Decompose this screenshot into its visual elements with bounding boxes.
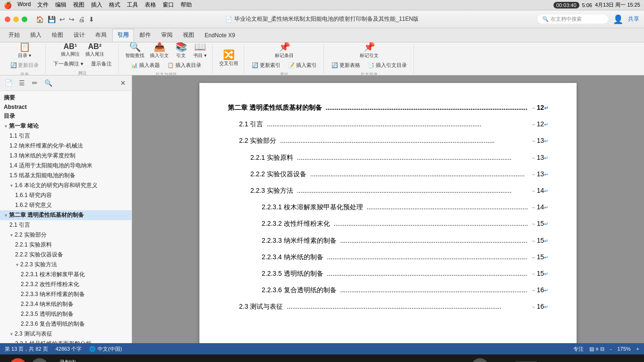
sidebar-item-1-6-2[interactable]: 1.6.2 研究意义	[0, 200, 132, 210]
sidebar-item-2-2-3-5[interactable]: 2.2.3.5 透明纸的制备	[0, 309, 132, 319]
menu-table[interactable]: 表格	[145, 1, 156, 9]
tab-review[interactable]: 审阅	[157, 29, 177, 41]
tab-start[interactable]: 开始	[4, 29, 25, 41]
toc-enter-2-2-3-4: ↵	[544, 253, 548, 263]
toc-enter-2-2-3-6: ↵	[544, 286, 548, 296]
toc-dots-2-2-3-1: ........................................…	[365, 201, 528, 213]
sidebar-search-icon[interactable]: 🔍	[42, 77, 54, 89]
ribbon-btn-update-table[interactable]: 🔄 更新表格	[329, 61, 363, 70]
tab-design[interactable]: 设计	[69, 29, 90, 41]
ribbon-btn-insert-endnote[interactable]: AB² 插入尾注	[83, 42, 106, 58]
doc-file-icon: 📄	[225, 16, 232, 23]
close-button[interactable]	[5, 16, 10, 22]
sidebar-comment-icon[interactable]: ✏	[29, 77, 41, 89]
home-icon[interactable]: 🏠	[36, 16, 44, 23]
tab-endnote[interactable]: EndNote X9	[200, 30, 240, 41]
menu-edit[interactable]: 编辑	[55, 1, 66, 9]
sidebar-item-abstract-en[interactable]: Abstract	[0, 103, 132, 111]
sidebar-item-2-2-1[interactable]: 2.2.1 实验原料	[0, 240, 132, 250]
tab-view[interactable]: 视图	[178, 29, 199, 41]
undo-icon[interactable]: ↩	[59, 16, 65, 23]
sidebar-close-icon[interactable]: ✕	[117, 77, 129, 89]
print-icon[interactable]: 🖨	[78, 16, 85, 23]
ribbon-btn-update-toc[interactable]: 🔄 更新目录	[8, 61, 41, 70]
sidebar-item-1-3[interactable]: 1.3 纳米纸的光学雾度控制	[0, 151, 132, 161]
sidebar-item-2-2-3[interactable]: ▼2.2.3 实验方法	[0, 260, 132, 270]
sidebar-item-abstract[interactable]: 摘要	[0, 93, 132, 103]
sidebar-item-1-6-1[interactable]: 1.6.1 研究内容	[0, 190, 132, 200]
recording-stop-button[interactable]: ⏹	[9, 358, 26, 362]
menu-word[interactable]: Word	[17, 1, 31, 9]
menu-insert[interactable]: 插入	[91, 1, 102, 9]
sidebar-item-2-2-3-1[interactable]: 2.2.3.1 桉木溶解浆甲基化	[0, 270, 132, 280]
tab-references[interactable]: 引用	[112, 29, 134, 41]
status-zoom-in-btn[interactable]: +	[636, 346, 639, 352]
sidebar-item-2-3[interactable]: ▼2.3 测试与表征	[0, 329, 132, 339]
ribbon-btn-toc[interactable]: 📋 目录 ▾	[16, 42, 33, 60]
share-button[interactable]: 共享	[628, 15, 639, 23]
sidebar-item-2-2[interactable]: ▼2.2 实验部分	[0, 230, 132, 240]
ribbon-btn-bibliography[interactable]: 📖 书目 ▾	[191, 42, 208, 60]
recording-camera-button[interactable]: ⏺	[471, 358, 488, 362]
redo-icon[interactable]: ↪	[69, 16, 74, 23]
sidebar-item-toc[interactable]: 目录	[0, 111, 132, 121]
ribbon-btn-show-notes[interactable]: 显示备注	[88, 59, 115, 68]
manage-sources-label: 引文	[176, 52, 186, 59]
sidebar-item-1-2[interactable]: 1.2 纳米纤维素的化学-机械法	[0, 141, 132, 151]
tab-draw[interactable]: 绘图	[47, 29, 68, 41]
menu-help[interactable]: 帮助	[181, 1, 192, 9]
sidebar-item-1-1[interactable]: 1.1 引言	[0, 131, 132, 141]
toc-label: 目录 ▾	[18, 52, 31, 59]
sidebar-item-1-4[interactable]: 1.4 适用于太阳能电池的导电纳米	[0, 161, 132, 171]
ribbon-btn-smart-lookup[interactable]: 🔍 智能查找	[124, 42, 146, 60]
ribbon-btn-update-index[interactable]: 🔄 更新索引	[249, 61, 283, 70]
tab-mailings[interactable]: 邮件	[135, 29, 156, 41]
apple-logo-icon[interactable]: 🍎	[4, 1, 12, 9]
status-focus[interactable]: 专注	[573, 346, 584, 353]
menu-file[interactable]: 文件	[37, 1, 49, 9]
maximize-button[interactable]	[22, 16, 27, 22]
menu-window[interactable]: 窗口	[163, 1, 174, 9]
ribbon-btn-next-footnote[interactable]: 下一条脚注 ▾	[50, 59, 86, 68]
ribbon-btn-insert-footnote[interactable]: AB¹ 插入脚注	[59, 42, 82, 58]
tab-insert[interactable]: 插入	[25, 29, 46, 41]
manage-sources-icon: 📚	[175, 42, 187, 52]
ribbon-btn-mark-citation[interactable]: 📌 标记引文	[358, 42, 380, 60]
menu-format[interactable]: 格式	[109, 1, 120, 9]
sidebar-item-ch2[interactable]: ▼第二章 透明柔性纸基材的制备	[0, 210, 132, 220]
ribbon-btn-insert-citation[interactable]: 📥 插入引文	[148, 42, 171, 60]
toc-enter-2-2-3-3: ↵	[544, 237, 548, 246]
titlebar-search[interactable]: 🔍 在文档中搜索	[537, 15, 608, 24]
sidebar-item-ch1[interactable]: ▼第一章 绪论	[0, 121, 132, 131]
recording-pause-button[interactable]: ⏸	[31, 358, 48, 362]
sidebar-item-1-6[interactable]: ▼1.6 本论文的研究内容和研究意义	[0, 181, 132, 190]
status-zoom-out-btn[interactable]: -	[610, 346, 612, 352]
ribbon-toa-row2: 🔄 更新表格 📑 插入引文目录	[329, 61, 410, 70]
minimize-button[interactable]	[13, 16, 19, 22]
insert-endnote-label: 插入尾注	[85, 51, 104, 58]
titlebar-center: 📄 毕业论文框架_柔性纳米纸制太阳能电池的喷射打印制备及其性能_11EN版	[225, 15, 419, 23]
save-icon[interactable]: 💾	[48, 16, 56, 23]
more-tools-icon[interactable]: ⬇	[89, 16, 94, 23]
sidebar-item-2-2-2[interactable]: 2.2.2 实验仪器设备	[0, 250, 132, 260]
ribbon-btn-insert-table-of-figures[interactable]: 📋 插入表目录	[165, 61, 204, 70]
tab-layout[interactable]: 布局	[91, 29, 111, 41]
sidebar-item-2-2-3-2[interactable]: 2.2.3.2 改性纤维粉末化	[0, 280, 132, 289]
sidebar-page-icon[interactable]: 📄	[3, 77, 14, 89]
sidebar-item-2-2-3-3[interactable]: 2.2.3.3 纳米纤维素的制备	[0, 289, 132, 299]
sidebar-item-2-1[interactable]: 2.1 引言	[0, 220, 132, 230]
user-icon[interactable]: 👤	[613, 14, 623, 25]
sidebar-item-2-3-1[interactable]: 2.3.1 样品纤维的表面形貌分析	[0, 339, 132, 343]
sidebar-list-icon[interactable]: ☰	[16, 77, 27, 89]
ribbon-btn-insert-toa[interactable]: 📑 插入引文目录	[365, 61, 410, 70]
sidebar-item-1-5[interactable]: 1.5 纸基太阳能电池的制备	[0, 171, 132, 181]
menu-tools[interactable]: 工具	[127, 1, 138, 9]
sidebar-item-2-2-3-4[interactable]: 2.2.3.4 纳米纸的制备	[0, 299, 132, 309]
sidebar-item-2-2-3-6[interactable]: 2.2.3.6 复合透明纸的制备	[0, 319, 132, 329]
ribbon-btn-insert-index[interactable]: 📝 插入索引	[285, 61, 320, 70]
menu-view[interactable]: 视图	[73, 1, 84, 9]
ribbon-btn-manage-sources[interactable]: 📚 引文	[173, 42, 190, 60]
ribbon-btn-insert-caption[interactable]: 📊 插入表题	[128, 61, 163, 70]
ribbon-btn-mark-entry[interactable]: 📌 标记条目	[273, 42, 296, 60]
ribbon-btn-crossref[interactable]: 🔀 交叉引用	[217, 46, 240, 70]
